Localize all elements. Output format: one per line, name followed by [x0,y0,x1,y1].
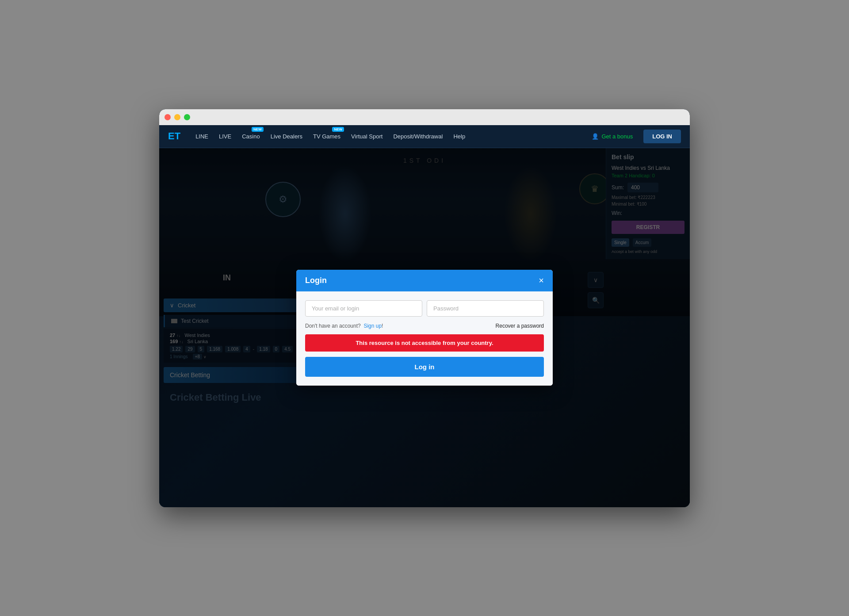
recover-password-link[interactable]: Recover a password [496,323,544,329]
bg-content: 1ST ODI ⚙ ♛ IN [159,148,690,507]
signup-link[interactable]: Sign up [363,323,382,329]
nav-item-help[interactable]: Help [453,131,465,142]
modal-inputs [305,300,544,317]
close-button[interactable] [164,114,171,120]
error-banner: This resource is not accessible from you… [305,334,544,352]
bonus-button[interactable]: 👤 Get a bonus [592,133,633,140]
no-account-text: Don't have an account? Sign up! [305,323,383,329]
login-modal: Login × Don't have an account [296,270,553,386]
person-icon: 👤 [592,133,599,140]
tv-games-badge: NEW [332,127,344,132]
minimize-button[interactable] [174,114,180,120]
login-submit-button[interactable]: Log in [305,357,544,377]
casino-badge: NEW [252,127,264,132]
modal-body: Don't have an account? Sign up! Recover … [296,291,553,386]
modal-title: Login [305,276,327,285]
password-input[interactable] [427,300,544,317]
nav-item-tv-games[interactable]: TV Games NEW [313,131,340,142]
nav-item-casino[interactable]: Casino NEW [242,131,260,142]
nav-logo: ET [168,130,180,142]
app-content: ET LINE LIVE Casino NEW Live Dealers TV … [159,125,690,507]
titlebar [159,109,690,125]
modal-links: Don't have an account? Sign up! Recover … [305,323,544,329]
login-nav-button[interactable]: LOG IN [643,130,681,143]
modal-backdrop: Login × Don't have an account [159,148,690,507]
nav-item-line[interactable]: LINE [195,131,208,142]
modal-header: Login × [296,270,553,291]
email-input[interactable] [305,300,422,317]
nav-bar: ET LINE LIVE Casino NEW Live Dealers TV … [159,125,690,148]
maximize-button[interactable] [184,114,190,120]
nav-item-live[interactable]: LIVE [219,131,231,142]
modal-close-button[interactable]: × [539,276,544,285]
mac-window: ET LINE LIVE Casino NEW Live Dealers TV … [159,109,690,507]
nav-item-deposit[interactable]: Deposit/Withdrawal [393,131,443,142]
nav-item-live-dealers[interactable]: Live Dealers [271,131,302,142]
nav-item-virtual-sport[interactable]: Virtual Sport [351,131,382,142]
